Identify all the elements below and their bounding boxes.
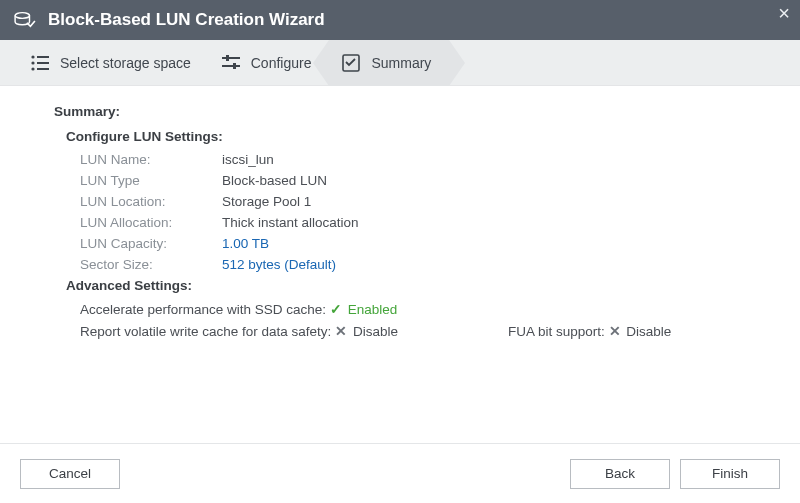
cancel-button[interactable]: Cancel xyxy=(20,459,120,489)
value: Thick instant allocation xyxy=(222,215,359,230)
close-icon[interactable]: × xyxy=(778,2,790,25)
label: LUN Allocation: xyxy=(80,215,222,230)
label: LUN Type xyxy=(80,173,222,188)
step-label: Configure xyxy=(251,55,312,71)
x-icon: ✕ xyxy=(335,323,349,339)
svg-rect-4 xyxy=(37,62,49,64)
status: Enabled xyxy=(348,302,398,317)
value-link[interactable]: 1.00 TB xyxy=(222,236,269,251)
x-icon: ✕ xyxy=(609,323,623,339)
svg-point-1 xyxy=(31,55,34,58)
label: Sector Size: xyxy=(80,257,222,272)
wizard-window: Block-Based LUN Creation Wizard × Select… xyxy=(0,0,800,503)
status: Disable xyxy=(626,324,671,339)
svg-point-5 xyxy=(31,67,34,70)
label: Accelerate performance with SSD cache: xyxy=(80,302,326,317)
svg-rect-2 xyxy=(37,56,49,58)
storage-icon xyxy=(14,11,36,29)
footer: Cancel Back Finish xyxy=(0,443,800,503)
list-icon xyxy=(30,54,50,72)
row-sector-size: Sector Size: 512 bytes (Default) xyxy=(80,257,774,272)
step-summary[interactable]: Summary xyxy=(329,40,449,86)
step-select-storage[interactable]: Select storage space xyxy=(18,40,209,86)
label: FUA bit support: xyxy=(508,324,605,339)
sliders-icon xyxy=(221,54,241,72)
value: iscsi_lun xyxy=(222,152,274,167)
finish-button[interactable]: Finish xyxy=(680,459,780,489)
step-bar: Select storage space Configure Summary xyxy=(0,40,800,86)
value: Storage Pool 1 xyxy=(222,194,311,209)
label: LUN Name: xyxy=(80,152,222,167)
summary-content: Summary: Configure LUN Settings: LUN Nam… xyxy=(0,86,800,443)
svg-point-0 xyxy=(15,13,29,19)
row-lun-allocation: LUN Allocation: Thick instant allocation xyxy=(80,215,774,230)
svg-rect-9 xyxy=(222,65,240,67)
row-lun-location: LUN Location: Storage Pool 1 xyxy=(80,194,774,209)
svg-point-3 xyxy=(31,61,34,64)
svg-rect-7 xyxy=(222,57,240,59)
back-button[interactable]: Back xyxy=(570,459,670,489)
row-ssd-cache: Accelerate performance with SSD cache: ✓… xyxy=(80,301,774,317)
summary-heading: Summary: xyxy=(54,104,774,119)
row-lun-type: LUN Type Block-based LUN xyxy=(80,173,774,188)
label: Report volatile write cache for data saf… xyxy=(80,324,331,339)
svg-rect-6 xyxy=(37,68,49,70)
step-label: Select storage space xyxy=(60,55,191,71)
row-lun-name: LUN Name: iscsi_lun xyxy=(80,152,774,167)
step-configure[interactable]: Configure xyxy=(209,40,330,86)
row-lun-capacity: LUN Capacity: 1.00 TB xyxy=(80,236,774,251)
value-link[interactable]: 512 bytes (Default) xyxy=(222,257,336,272)
advanced-heading: Advanced Settings: xyxy=(66,278,774,293)
svg-rect-8 xyxy=(226,55,229,61)
label: LUN Capacity: xyxy=(80,236,222,251)
check-icon: ✓ xyxy=(330,301,344,317)
step-label: Summary xyxy=(371,55,431,71)
checklist-icon xyxy=(341,54,361,72)
status: Disable xyxy=(353,324,398,339)
label: LUN Location: xyxy=(80,194,222,209)
row-volatile-fua: Report volatile write cache for data saf… xyxy=(80,323,774,339)
configure-lun-heading: Configure LUN Settings: xyxy=(66,129,774,144)
svg-rect-10 xyxy=(233,63,236,69)
titlebar: Block-Based LUN Creation Wizard × xyxy=(0,0,800,40)
value: Block-based LUN xyxy=(222,173,327,188)
wizard-title: Block-Based LUN Creation Wizard xyxy=(48,10,325,30)
